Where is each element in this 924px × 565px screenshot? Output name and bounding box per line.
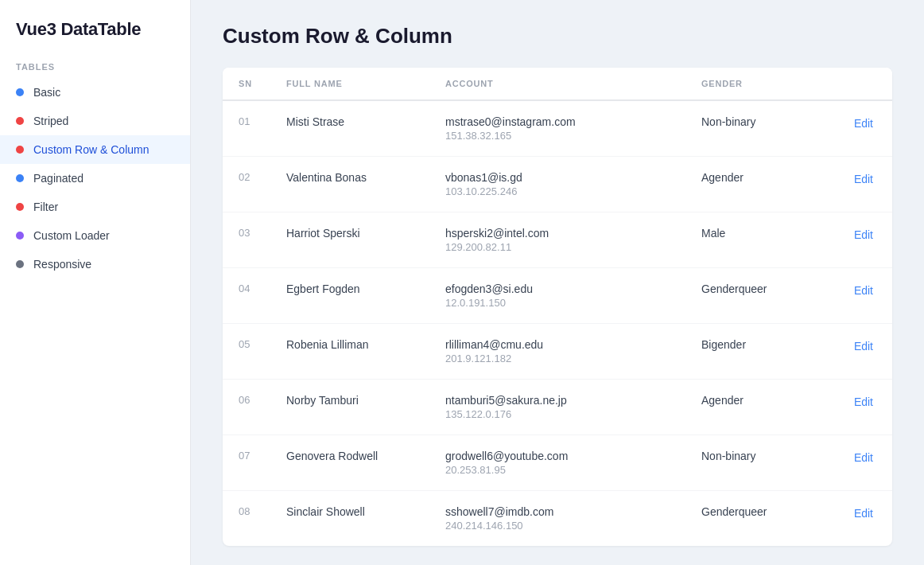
sidebar-item-paginated[interactable]: Paginated [0, 164, 190, 193]
cell-gender: Genderqueer [685, 491, 829, 547]
cell-gender: Agender [685, 157, 829, 212]
cell-sn: 07 [223, 435, 270, 491]
sidebar-item-label-basic: Basic [33, 86, 60, 99]
sidebar: Vue3 DataTable TABLES BasicStripedCustom… [0, 0, 191, 565]
sidebar-item-label-responsive: Responsive [33, 258, 91, 271]
edit-button[interactable]: Edit [851, 282, 876, 298]
cell-action: Edit [829, 157, 892, 212]
sidebar-item-striped[interactable]: Striped [0, 107, 190, 135]
edit-button[interactable]: Edit [851, 394, 876, 410]
table-header-row: SN FULL NAME ACCOUNT GENDER [223, 68, 892, 100]
cell-account: grodwell6@youtube.com20.253.81.95 [429, 435, 685, 491]
edit-button[interactable]: Edit [851, 171, 876, 187]
table-row: 05Robenia Lillimanrlilliman4@cmu.edu201.… [223, 324, 892, 380]
edit-button[interactable]: Edit [851, 338, 876, 354]
cell-fullname: Genovera Rodwell [270, 435, 429, 491]
cell-fullname: Norby Tamburi [270, 380, 429, 435]
col-header-sn: SN [223, 68, 270, 100]
sidebar-item-label-filter: Filter [33, 201, 58, 213]
cell-action: Edit [829, 268, 892, 324]
account-ip: 135.122.0.176 [445, 408, 670, 420]
account-ip: 151.38.32.165 [445, 130, 670, 142]
table-body: 01Misti Strasemstrase0@instagram.com151.… [223, 100, 892, 546]
col-header-fullname: FULL NAME [270, 68, 429, 100]
sidebar-item-label-paginated: Paginated [33, 172, 83, 185]
table-row: 01Misti Strasemstrase0@instagram.com151.… [223, 100, 892, 157]
cell-fullname: Egbert Fogden [270, 268, 429, 324]
cell-action: Edit [829, 100, 892, 157]
cell-sn: 01 [223, 100, 270, 157]
main-content: Custom Row & Column SN FULL NAME ACCOUNT… [191, 0, 924, 565]
dot-icon-custom-row-column [16, 146, 24, 154]
cell-sn: 05 [223, 324, 270, 380]
edit-button[interactable]: Edit [851, 450, 876, 466]
cell-sn: 04 [223, 268, 270, 324]
cell-sn: 08 [223, 491, 270, 547]
app-title: Vue3 DataTable [0, 0, 190, 62]
edit-button[interactable]: Edit [851, 505, 876, 521]
cell-account: vbonas1@is.gd103.10.225.246 [429, 157, 685, 212]
cell-fullname: Sinclair Showell [270, 491, 429, 547]
sidebar-item-custom-loader[interactable]: Custom Loader [0, 221, 190, 250]
cell-action: Edit [829, 212, 892, 268]
table-row: 06Norby Tamburintamburi5@sakura.ne.jp135… [223, 380, 892, 435]
data-table: SN FULL NAME ACCOUNT GENDER 01Misti Stra… [223, 68, 892, 546]
account-email: vbonas1@is.gd [445, 171, 670, 184]
account-ip: 12.0.191.150 [445, 297, 670, 309]
edit-button[interactable]: Edit [851, 227, 876, 243]
edit-button[interactable]: Edit [851, 115, 876, 131]
table-row: 07Genovera Rodwellgrodwell6@youtube.com2… [223, 435, 892, 491]
cell-action: Edit [829, 324, 892, 380]
cell-account: rlilliman4@cmu.edu201.9.121.182 [429, 324, 685, 380]
cell-fullname: Valentina Bonas [270, 157, 429, 212]
col-header-action [829, 68, 892, 100]
cell-sn: 03 [223, 212, 270, 268]
cell-gender: Genderqueer [685, 268, 829, 324]
cell-account: sshowell7@imdb.com240.214.146.150 [429, 491, 685, 547]
account-email: efogden3@si.edu [445, 282, 670, 295]
cell-action: Edit [829, 380, 892, 435]
sidebar-item-label-custom-loader: Custom Loader [33, 229, 110, 242]
dot-icon-paginated [16, 174, 24, 182]
col-header-gender: GENDER [685, 68, 829, 100]
account-ip: 20.253.81.95 [445, 464, 670, 476]
table-row: 04Egbert Fogdenefogden3@si.edu12.0.191.1… [223, 268, 892, 324]
account-ip: 129.200.82.11 [445, 241, 670, 253]
sidebar-item-custom-row-column[interactable]: Custom Row & Column [0, 135, 190, 164]
cell-gender: Non-binary [685, 435, 829, 491]
sidebar-section-label: TABLES [0, 62, 190, 78]
page-title: Custom Row & Column [223, 24, 892, 49]
account-email: grodwell6@youtube.com [445, 450, 670, 462]
table-row: 08Sinclair Showellsshowell7@imdb.com240.… [223, 491, 892, 547]
cell-gender: Non-binary [685, 100, 829, 157]
account-email: sshowell7@imdb.com [445, 505, 670, 518]
table-row: 02Valentina Bonasvbonas1@is.gd103.10.225… [223, 157, 892, 212]
cell-sn: 06 [223, 380, 270, 435]
account-ip: 201.9.121.182 [445, 353, 670, 364]
cell-gender: Bigender [685, 324, 829, 380]
cell-account: ntamburi5@sakura.ne.jp135.122.0.176 [429, 380, 685, 435]
sidebar-item-responsive[interactable]: Responsive [0, 250, 190, 279]
data-table-container: SN FULL NAME ACCOUNT GENDER 01Misti Stra… [223, 68, 892, 546]
sidebar-item-label-custom-row-column: Custom Row & Column [33, 143, 149, 156]
account-ip: 240.214.146.150 [445, 520, 670, 532]
dot-icon-responsive [16, 260, 24, 268]
cell-fullname: Misti Strase [270, 100, 429, 157]
cell-account: mstrase0@instagram.com151.38.32.165 [429, 100, 685, 157]
cell-gender: Agender [685, 380, 829, 435]
cell-fullname: Harriot Sperski [270, 212, 429, 268]
cell-action: Edit [829, 491, 892, 547]
dot-icon-custom-loader [16, 232, 24, 240]
col-header-account: ACCOUNT [429, 68, 685, 100]
account-email: rlilliman4@cmu.edu [445, 338, 670, 351]
table-row: 03Harriot Sperskihsperski2@intel.com129.… [223, 212, 892, 268]
dot-icon-filter [16, 203, 24, 211]
cell-sn: 02 [223, 157, 270, 212]
cell-account: hsperski2@intel.com129.200.82.11 [429, 212, 685, 268]
sidebar-item-basic[interactable]: Basic [0, 78, 190, 107]
cell-account: efogden3@si.edu12.0.191.150 [429, 268, 685, 324]
account-email: ntamburi5@sakura.ne.jp [445, 394, 670, 407]
account-ip: 103.10.225.246 [445, 185, 670, 197]
sidebar-item-filter[interactable]: Filter [0, 193, 190, 221]
dot-icon-basic [16, 88, 24, 96]
